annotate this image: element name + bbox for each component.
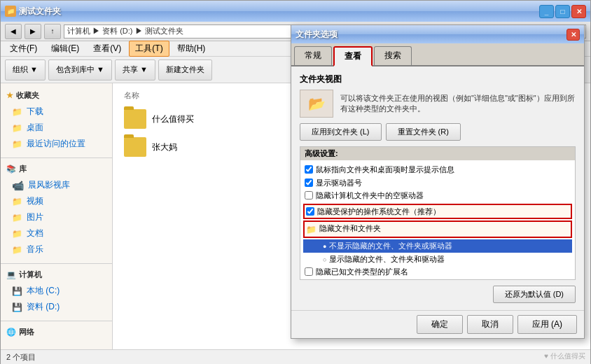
checkbox-hide-empty-drives[interactable] [305, 191, 313, 200]
drive-d-icon: 💾 [12, 302, 22, 312]
folder-options-dialog: 文件夹选项 ✕ 常规 查看 搜索 文件夹视图 📂 可以将该文件夹正在使用的视图（… [291, 24, 585, 339]
checkbox-show-drives[interactable] [305, 178, 313, 187]
sidebar-divider-1 [1, 158, 112, 158]
file-name-1: 张大妈 [152, 141, 177, 153]
setting-label-hide-empty-drives: 隐藏计算机文件夹中的空驱动器 [316, 190, 424, 202]
setting-mouse-tooltip: 鼠标指向文件夹和桌面项时显示提示信息 [303, 163, 572, 176]
favorites-section: ★ 收藏夹 📁 下载 📁 桌面 📁 最近访问的位置 [1, 89, 112, 153]
reset-folders-button[interactable]: 重置文件夹 (R) [386, 123, 461, 141]
address-text: 计算机 ▶ 资料 (D:) ▶ 测试文件夹 [67, 26, 183, 36]
close-button[interactable]: ✕ [571, 5, 586, 18]
sidebar-item-recent[interactable]: 📁 最近访问的位置 [6, 136, 106, 152]
title-bar-left: 📁 测试文件夹 [5, 6, 61, 18]
pictures-icon: 📁 [12, 213, 22, 223]
new-folder-button[interactable]: 新建文件夹 [158, 59, 212, 80]
sidebar-divider-3 [1, 321, 112, 321]
favorites-title[interactable]: ★ 收藏夹 [6, 90, 106, 101]
dialog-close-button[interactable]: ✕ [566, 29, 580, 41]
library-section: 📚 库 📹 晨风影视库 📁 视频 📁 图片 📁 文档 [1, 162, 112, 259]
checkbox-hide-protected[interactable] [306, 207, 314, 216]
folder-title-icon: 📁 [5, 6, 16, 17]
sidebar-divider-2 [1, 263, 112, 264]
sidebar-item-video-library[interactable]: 📹 晨风影视库 [6, 177, 106, 193]
setting-label-color-encrypted: 用彩色显示加密或压缩的 NTFS 文件 [316, 279, 440, 280]
dialog-tabs: 常规 查看 搜索 [291, 43, 584, 66]
minimize-button[interactable]: _ [539, 5, 554, 18]
apply-to-folder-button[interactable]: 应用到文件夹 (L) [300, 123, 382, 141]
setting-label-mouse-tooltip: 鼠标指向文件夹和桌面项时显示提示信息 [316, 164, 454, 176]
dialog-titlebar: 文件夹选项 ✕ [291, 25, 584, 43]
setting-show-hidden: ○ 显示隐藏的文件、文件夹和驱动器 [303, 253, 572, 266]
sidebar: ★ 收藏夹 📁 下载 📁 桌面 📁 最近访问的位置 [1, 83, 113, 349]
documents-icon: 📁 [12, 229, 22, 239]
apply-button[interactable]: 应用 (A) [517, 315, 577, 334]
dialog-content: 文件夹视图 📂 可以将该文件夹正在使用的视图（例如"详细信息"或"图标"）应用到… [291, 66, 584, 310]
organize-button[interactable]: 组织 ▼ [5, 59, 46, 80]
folder-view-preview: 📂 可以将该文件夹正在使用的视图（例如"详细信息"或"图标"）应用到所有这种类型… [300, 90, 576, 118]
share-label: 共享 ▼ [123, 64, 148, 75]
menu-help[interactable]: 帮助(H) [171, 41, 212, 57]
setting-label-show-hidden: 显示隐藏的文件、文件夹和驱动器 [329, 253, 445, 265]
share-button[interactable]: 共享 ▼ [115, 59, 155, 80]
maximize-button[interactable]: □ [555, 5, 570, 18]
folder-sub-icon: 📁 [306, 223, 317, 236]
restore-defaults-button[interactable]: 还原为默认值 (D) [493, 286, 576, 303]
video-library-icon: 📹 [12, 180, 24, 191]
menu-tools[interactable]: 工具(T) [129, 41, 169, 57]
radio-dot: ○ [323, 255, 326, 265]
include-library-button[interactable]: 包含到库中 ▼ [48, 59, 112, 80]
setting-label-hide-protected: 隐藏受保护的操作系统文件（推荐） [317, 206, 440, 218]
computer-title[interactable]: 💻 计算机 [6, 270, 106, 280]
folder-icon-1 [124, 137, 146, 157]
organize-label: 组织 ▼ [13, 64, 38, 75]
library-title[interactable]: 📚 库 [6, 164, 106, 174]
folder-icon-0 [124, 109, 146, 129]
file-name-0: 什么值得买 [152, 113, 194, 125]
setting-hide-empty-drives: 隐藏计算机文件夹中的空驱动器 [303, 189, 572, 202]
library-icon: 📚 [6, 164, 16, 174]
desktop-icon: 📁 [12, 123, 22, 133]
sidebar-item-videos[interactable]: 📁 视频 [6, 193, 106, 209]
new-folder-label: 新建文件夹 [166, 64, 204, 75]
tab-general[interactable]: 常规 [294, 46, 332, 65]
recent-icon: 📁 [12, 139, 22, 149]
setting-hide-protected: 隐藏受保护的操作系统文件（推荐） [303, 204, 572, 220]
checkbox-hide-extensions[interactable] [305, 267, 313, 276]
sidebar-item-download[interactable]: 📁 下载 [6, 104, 106, 120]
advanced-section-title: 高级设置: [300, 147, 575, 160]
dialog-footer: 确定 取消 应用 (A) [291, 310, 584, 338]
tab-view[interactable]: 查看 [333, 46, 373, 66]
setting-label-hide-extensions: 隐藏已知文件类型的扩展名 [316, 266, 408, 278]
dialog-title: 文件夹选项 [296, 29, 338, 41]
forward-button[interactable]: ▶ [25, 24, 41, 39]
sidebar-item-desktop[interactable]: 📁 桌面 [6, 120, 106, 136]
setting-label-dont-show-hidden: 不显示隐藏的文件、文件夹或驱动器 [329, 240, 452, 252]
sidebar-item-pictures[interactable]: 📁 图片 [6, 209, 106, 225]
cancel-button[interactable]: 取消 [467, 315, 513, 334]
music-icon: 📁 [12, 245, 22, 255]
sidebar-item-documents[interactable]: 📁 文档 [6, 225, 106, 241]
ok-button[interactable]: 确定 [417, 315, 463, 334]
tab-search[interactable]: 搜索 [374, 46, 412, 65]
settings-list[interactable]: 鼠标指向文件夹和桌面项时显示提示信息 显示驱动器号 隐藏计算机文件夹中的空驱动器… [300, 160, 575, 279]
advanced-section: 高级设置: 鼠标指向文件夹和桌面项时显示提示信息 显示驱动器号 隐藏计算机文件夹… [300, 146, 576, 280]
window-title: 测试文件夹 [19, 6, 61, 18]
network-title[interactable]: 🌐 网络 [6, 327, 106, 337]
sidebar-item-drive-d[interactable]: 💾 资料 (D:) [6, 299, 106, 315]
videos-icon: 📁 [12, 197, 22, 206]
checkbox-mouse-tooltip[interactable] [305, 165, 313, 174]
folder-view-glyph: 📂 [308, 95, 326, 112]
folder-view-title: 文件夹视图 [300, 74, 576, 85]
back-button[interactable]: ◀ [5, 24, 22, 39]
setting-label-show-drives: 显示驱动器号 [316, 177, 362, 189]
sidebar-item-drive-c[interactable]: 💾 本地 (C:) [6, 283, 106, 299]
setting-color-encrypted: 用彩色显示加密或压缩的 NTFS 文件 [303, 279, 572, 280]
menu-file[interactable]: 文件(F) [4, 41, 43, 57]
setting-dont-show-hidden: ● 不显示隐藏的文件、文件夹或驱动器 [303, 239, 572, 253]
title-bar: 📁 测试文件夹 _ □ ✕ [1, 1, 590, 22]
setting-hidden-files-header: 📁 隐藏文件和文件夹 [303, 220, 572, 238]
menu-view[interactable]: 查看(V) [87, 41, 127, 57]
up-button[interactable]: ↑ [44, 24, 61, 39]
sidebar-item-music[interactable]: 📁 音乐 [6, 241, 106, 258]
menu-edit[interactable]: 编辑(E) [45, 41, 85, 57]
